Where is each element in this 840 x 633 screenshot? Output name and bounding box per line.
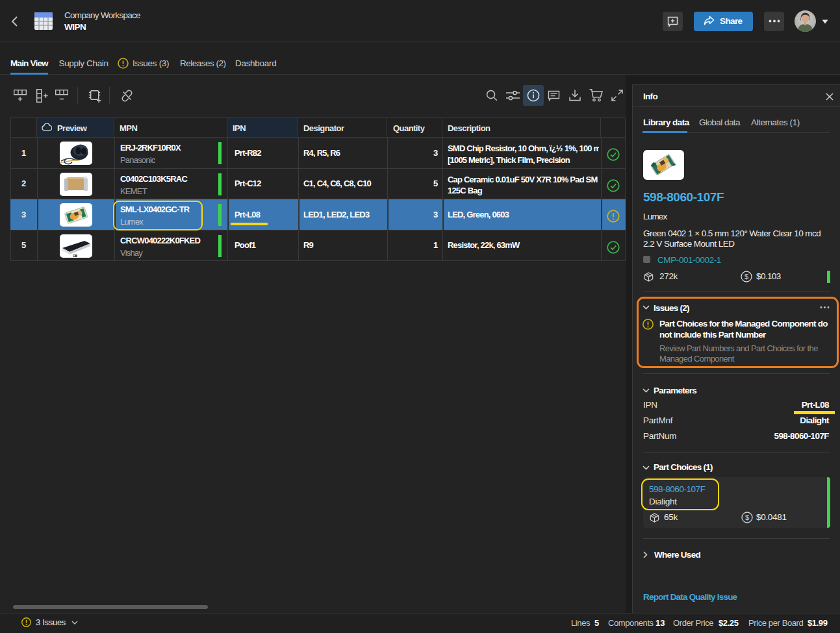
svg-text:$: $ [745, 273, 748, 280]
svg-text:$: $ [745, 514, 749, 521]
